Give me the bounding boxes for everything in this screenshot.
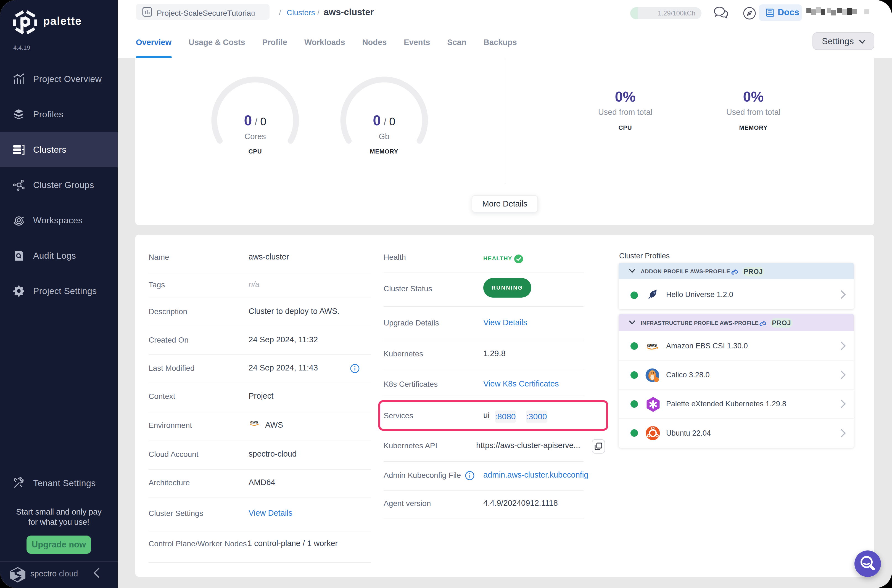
svg-text:aws: aws bbox=[250, 420, 258, 424]
svg-text:aws: aws bbox=[647, 342, 657, 348]
